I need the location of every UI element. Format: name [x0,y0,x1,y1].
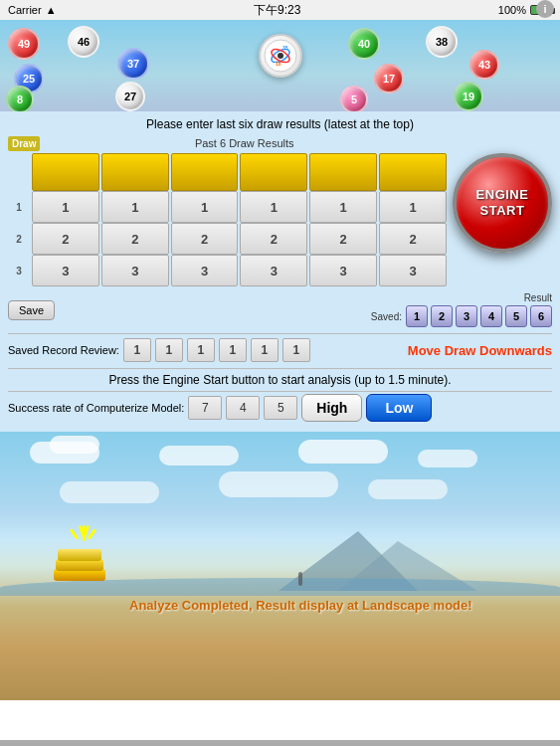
beach-background: Analyze Completed, Result display at Lan… [0,432,560,700]
row-label-1: 1 [8,202,30,213]
ball-banner: 49 25 8 46 37 27 18 35 40 17 5 38 43 19 [0,20,560,111]
grid-cell-3-2[interactable]: 3 [101,255,169,286]
success-input-2[interactable]: 4 [226,396,260,420]
battery-percent: 100% [498,4,526,16]
grid-cell-1-2[interactable]: 1 [101,191,169,223]
grid-cell-2-3[interactable]: 2 [171,223,239,255]
grid-row-1: 1 1 1 1 1 1 1 [8,191,447,223]
grid-cell-gold-3[interactable] [171,153,239,191]
result-btn-5[interactable]: 5 [505,305,527,327]
time-display: 下午9:23 [254,2,300,19]
grid-cell-1-5[interactable]: 1 [309,191,377,223]
row-label-3: 3 [8,266,30,277]
grid-row-gold [8,153,447,191]
table-section: Draw Past 6 Draw Results i 1 1 1 1 1 [8,135,552,286]
divider-1 [8,333,552,334]
svg-text:18: 18 [276,61,281,67]
draw-header: Draw [8,136,40,151]
past-header: Past 6 Draw Results [42,135,447,151]
grid-row-3: 3 3 3 3 3 3 3 [8,255,447,286]
saved-record-val-5[interactable]: 1 [251,338,279,362]
grid-cell-3-3[interactable]: 3 [171,255,239,286]
draw-table: Draw Past 6 Draw Results i 1 1 1 1 1 [8,135,447,286]
result-label: Result [524,292,552,303]
logo-ball: 18 35 [259,34,302,78]
grid-cell-gold-1[interactable] [32,153,99,191]
grid-cell-3-4[interactable]: 3 [240,255,307,286]
grid-cell-2-4[interactable]: 2 [240,223,307,255]
row-label-2: 2 [8,234,30,245]
grid-cell-3-1[interactable]: 3 [32,255,99,286]
move-draw-downwards-button[interactable]: Move Draw Downwards [408,343,552,358]
divider-3 [8,391,552,392]
cloud-7 [219,471,338,497]
cloud-6 [60,481,159,503]
grid-cell-gold-2[interactable] [101,153,169,191]
saved-record-val-2[interactable]: 1 [155,338,183,362]
status-bar: Carrier ▲ 下午9:23 100% [0,0,560,20]
ball-27: 27 [115,82,145,111]
ball-19: 19 [454,82,483,111]
high-button[interactable]: High [301,394,362,422]
bottom-bar [0,740,560,746]
low-button[interactable]: Low [366,394,432,422]
result-btn-6[interactable]: 6 [530,305,552,327]
engine-start-button[interactable]: ENGINE START [453,153,552,253]
beach-section: Analyze Completed, Result display at Lan… [0,432,560,700]
press-text: Press the Engine Start button to start a… [8,373,552,387]
divider-2 [8,368,552,369]
grid-cell-1-4[interactable]: 1 [240,191,307,223]
grid-row-2: 2 2 2 2 2 2 2 [8,223,447,255]
status-left: Carrier ▲ [8,4,57,16]
ball-38: 38 [426,26,458,58]
saved-record-val-4[interactable]: 1 [219,338,247,362]
main-content: Please enter last six draw results (late… [0,111,560,432]
cloud-2 [50,436,99,454]
grid-cell-1-6[interactable]: 1 [379,191,447,223]
saved-record-label: Saved Record Review: [8,344,119,356]
grid-cell-gold-4[interactable] [240,153,307,191]
saved-record-row: Saved Record Review: 1 1 1 1 1 1 Move Dr… [8,336,552,364]
ball-46: 46 [68,26,99,58]
engine-start-line1: ENGINE [476,187,529,203]
ball-5: 5 [340,86,368,111]
cloud-4 [298,440,388,464]
analyze-completed-text: Analyze Completed, Result display at Lan… [129,598,472,613]
cloud-8 [368,479,448,499]
ball-8: 8 [6,86,34,111]
result-btn-4[interactable]: 4 [480,305,502,327]
cloud-5 [418,450,477,467]
wifi-icon: ▲ [46,4,57,16]
instruction-text: Please enter last six draw results (late… [8,117,552,131]
saved-record-val-3[interactable]: 1 [187,338,215,362]
grid-cell-2-1[interactable]: 2 [32,223,99,255]
ball-37: 37 [117,48,149,80]
ball-49: 49 [8,28,40,60]
result-btn-1[interactable]: 1 [406,305,428,327]
save-button[interactable]: Save [8,300,55,320]
grid-cell-3-6[interactable]: 3 [379,255,447,286]
person-silhouette [298,572,302,586]
saved-record-val-1[interactable]: 1 [123,338,151,362]
grid-cell-gold-6[interactable] [379,153,447,191]
info-icon[interactable]: i [536,0,554,18]
ball-40: 40 [348,28,380,60]
grid-cell-2-6[interactable]: 2 [379,223,447,255]
saved-record-val-6[interactable]: 1 [282,338,310,362]
result-buttons: 1 2 3 4 5 6 [406,305,552,327]
carrier-label: Carrier [8,4,42,16]
grid-cell-1-3[interactable]: 1 [171,191,239,223]
ball-17: 17 [374,64,404,93]
result-btn-2[interactable]: 2 [431,305,453,327]
success-input-3[interactable]: 5 [264,396,297,420]
table-header: Draw Past 6 Draw Results i [8,135,447,151]
grid-cell-3-5[interactable]: 3 [309,255,377,286]
grid-cell-1-1[interactable]: 1 [32,191,99,223]
success-input-1[interactable]: 7 [188,396,222,420]
grid-cell-2-5[interactable]: 2 [309,223,377,255]
grid-cell-2-2[interactable]: 2 [101,223,169,255]
treasure [48,543,117,593]
grid-cell-gold-5[interactable] [309,153,377,191]
svg-text:35: 35 [282,45,288,51]
result-btn-3[interactable]: 3 [456,305,477,327]
